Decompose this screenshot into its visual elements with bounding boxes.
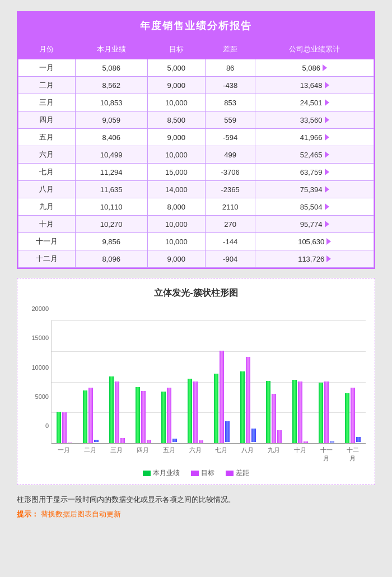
bar-group [240, 320, 256, 443]
table-cell: -144 [205, 233, 255, 250]
table-cell: 九月 [18, 198, 76, 216]
x-axis-label: 四月 [134, 446, 151, 463]
table-row: 五月8,4069,000-59441,966 [18, 129, 374, 146]
bar-target [88, 388, 93, 443]
cumulative-value: 95,774 [300, 220, 323, 229]
cumulative-value: 113,726 [298, 255, 324, 263]
bar-performance [292, 380, 297, 443]
cumulative-arrow-icon [325, 134, 329, 141]
footer-tip-container: 提示： 替换数据后图表自动更新 [17, 509, 375, 519]
bar-gap-wrapper [172, 439, 177, 443]
table-cell: 5,086 [75, 59, 147, 77]
table-cell: 499 [205, 146, 255, 164]
table-cell: 113,726 [255, 250, 374, 268]
chart-container: 立体发光-簇状柱形图 20000 15000 10000 5000 0 一月二月… [17, 278, 375, 485]
cumulative-arrow-icon [326, 255, 331, 262]
table-cell: 五月 [18, 129, 76, 146]
table-cell: 七月 [18, 164, 76, 181]
cumulative-value: 105,630 [298, 238, 324, 246]
legend-color-blue [226, 471, 234, 476]
table-cell: 10,499 [75, 146, 147, 164]
table-row: 三月10,85310,00085324,501 [18, 94, 374, 111]
x-axis-label: 三月 [108, 446, 125, 463]
x-axis-label: 九月 [265, 446, 282, 463]
table-cell: 8,000 [147, 198, 205, 216]
legend-color-green [143, 471, 151, 476]
cumulative-value: 24,501 [300, 99, 323, 107]
table-cell: 11,294 [75, 164, 147, 181]
y-label-15000: 15000 [26, 335, 49, 341]
bar-group [319, 320, 334, 443]
table-row: 二月8,5629,000-43813,648 [18, 77, 374, 94]
table-row: 七月11,29415,000-370663,759 [18, 164, 374, 181]
table-cell: -3706 [205, 164, 255, 181]
x-axis-labels: 一月二月三月四月五月六月七月八月九月十月十一月十二月 [51, 446, 366, 463]
table-cell: 8,562 [75, 77, 147, 94]
table-cell: 10,270 [75, 216, 147, 233]
table-cell: 10,000 [147, 216, 205, 233]
bar-gap-negative [172, 439, 177, 442]
legend-color-purple [191, 471, 199, 476]
table-cell: 10,000 [147, 233, 205, 250]
footer-description: 柱形图用于显示一段时间内的数据变化或显示各项之间的比较情况。 [17, 494, 375, 506]
table-cell: 8,406 [75, 129, 147, 146]
cumulative-value: 5,086 [302, 64, 320, 72]
table-cell: 三月 [18, 94, 76, 111]
bar-gap-negative [330, 441, 334, 443]
y-label-5000: 5000 [26, 394, 49, 400]
table-cell: 四月 [18, 111, 76, 129]
bar-target [324, 381, 329, 443]
cumulative-arrow-icon [325, 117, 329, 123]
table-cell: 10,000 [147, 146, 205, 164]
bar-target [272, 394, 276, 443]
table-cell: 95,774 [255, 216, 374, 233]
bar-gap-positive [147, 440, 151, 443]
bar-performance [83, 390, 87, 443]
cumulative-arrow-icon [325, 82, 329, 89]
bar-target [351, 388, 355, 443]
x-axis-label: 十二月 [344, 446, 361, 463]
y-label-0: 0 [26, 423, 49, 429]
cumulative-value: 13,648 [300, 81, 323, 90]
cumulative-arrow-icon [325, 151, 329, 158]
bar-gap-positive [199, 440, 203, 443]
bar-gap-wrapper [251, 429, 256, 443]
table-cell: -438 [205, 77, 255, 94]
cumulative-value: 85,504 [300, 203, 323, 211]
bar-group [136, 320, 151, 443]
table-cell: 24,501 [255, 94, 374, 111]
table-cell: 二月 [18, 77, 76, 94]
cumulative-arrow-icon [325, 99, 329, 106]
table-cell: 9,000 [147, 77, 205, 94]
table-cell: 270 [205, 216, 255, 233]
bar-gap-positive [120, 438, 125, 443]
table-row: 一月5,0865,000865,086 [18, 59, 374, 77]
bar-target [115, 381, 119, 443]
table-cell: -2365 [205, 181, 255, 198]
bar-performance [136, 387, 140, 443]
data-table: 月份本月业绩目标差距公司总业绩累计 一月5,0865,000865,086二月8… [18, 39, 374, 268]
chart-legend: 本月业绩 目标 差距 [26, 468, 366, 478]
table-cell: 105,630 [255, 233, 374, 250]
cumulative-value: 41,966 [300, 133, 323, 142]
table-cell: 13,648 [255, 77, 374, 94]
table-cell: 63,759 [255, 164, 374, 181]
legend-label-gap: 差距 [236, 468, 249, 478]
y-label-10000: 10000 [26, 365, 49, 371]
table-body: 一月5,0865,000865,086二月8,5629,000-43813,64… [18, 59, 374, 268]
legend-performance: 本月业绩 [143, 468, 180, 478]
x-axis-label: 一月 [55, 446, 72, 463]
x-axis-label: 七月 [213, 446, 230, 463]
table-cell: 十月 [18, 216, 76, 233]
cumulative-arrow-icon [323, 64, 327, 71]
bar-target [141, 391, 146, 444]
bar-target [246, 357, 250, 443]
x-axis-label: 二月 [82, 446, 99, 463]
report-table-container: 年度销售业绩分析报告 月份本月业绩目标差距公司总业绩累计 一月5,0865,00… [17, 11, 375, 269]
chart-body: 一月二月三月四月五月六月七月八月九月十月十一月十二月 [51, 320, 366, 463]
table-header-cell: 公司总业绩累计 [255, 40, 374, 59]
table-cell: 559 [205, 111, 255, 129]
bar-gap-negative [251, 429, 256, 442]
table-cell: 85,504 [255, 198, 374, 216]
bar-target [220, 351, 224, 443]
